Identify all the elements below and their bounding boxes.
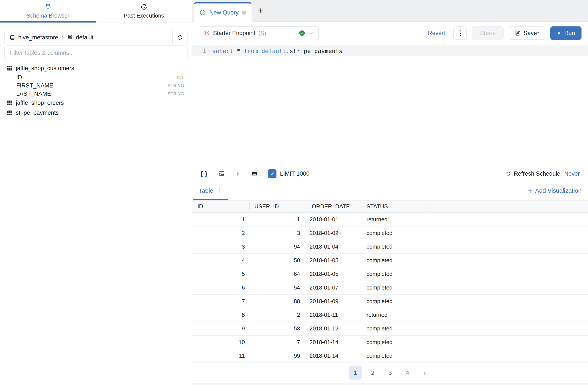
keyboard-shortcuts-icon[interactable]: [251, 171, 258, 177]
tree-item-table[interactable]: jaffle_shop_customers: [6, 63, 187, 73]
table-row: 112018-01-01returned: [192, 213, 588, 227]
column-type: STRING: [168, 83, 187, 88]
next-page-button[interactable]: ›: [418, 366, 431, 380]
cell-id: 8: [192, 312, 249, 318]
format-braces-icon[interactable]: [200, 170, 209, 178]
table-grid-icon: [6, 100, 13, 106]
table-row: 822018-01-11returned: [192, 308, 588, 322]
sql-keyword: default: [262, 48, 286, 54]
column-header-id[interactable]: ID: [192, 200, 249, 213]
cell-user-id: 3: [249, 230, 307, 236]
tab-schema-browser[interactable]: Schema Browser: [0, 0, 96, 22]
sidebar-tab-label: Schema Browser: [27, 12, 69, 19]
kebab-icon[interactable]: [219, 188, 220, 193]
more-actions-button[interactable]: [453, 26, 467, 40]
cell-status: completed: [364, 271, 428, 277]
table-row: 3942018-01-04completed: [192, 240, 588, 254]
cell-status: returned: [364, 312, 428, 318]
breadcrumb-catalog[interactable]: hive_metastore: [18, 34, 58, 41]
limit-checkbox[interactable]: [268, 169, 276, 178]
tree-item-table[interactable]: jaffle_shop_orders: [6, 98, 187, 108]
filter-container: [4, 45, 188, 60]
share-button[interactable]: Share: [472, 26, 504, 40]
chevron-right-icon: ›: [61, 34, 64, 41]
table-row: 5642018-01-05completed: [192, 267, 588, 281]
tree-item-column[interactable]: FIRST_NAME STRING: [6, 81, 187, 90]
tree-item-column[interactable]: ID INT: [6, 73, 187, 81]
cell-status: completed: [364, 353, 428, 359]
text-cursor: [343, 47, 343, 54]
page-button-2[interactable]: 2: [366, 366, 379, 380]
refresh-schema-button[interactable]: [172, 31, 187, 44]
table-name: stripe_payments: [16, 109, 59, 116]
filter-input[interactable]: [10, 50, 182, 56]
refresh-schedule-value-link[interactable]: Never: [564, 171, 580, 177]
cell-user-id: 50: [249, 257, 307, 264]
catalog-icon: [10, 35, 15, 40]
browser-controls: hive_metastore › default: [0, 23, 192, 60]
cell-status: completed: [364, 325, 428, 332]
add-visualization-button[interactable]: Add Visualization: [527, 187, 582, 194]
cell-user-id: 54: [249, 284, 307, 291]
page-button-3[interactable]: 3: [383, 366, 397, 380]
cell-id: 11: [192, 353, 249, 359]
cell-id: 2: [192, 230, 249, 236]
floppy-icon: [515, 30, 521, 36]
tree-item-table[interactable]: stripe_payments: [6, 108, 187, 118]
cell-status: completed: [364, 257, 428, 264]
bottom-strip: [192, 383, 588, 385]
database-icon: [45, 4, 51, 10]
limit-toggle[interactable]: LIMIT 1000: [268, 169, 309, 178]
indent-icon[interactable]: [218, 171, 225, 177]
page-button-4[interactable]: 4: [401, 366, 414, 380]
tab-new-query[interactable]: New Query: [194, 2, 252, 22]
query-tab-strip: New Query +: [192, 0, 588, 22]
sql-text: [258, 48, 261, 54]
page-button-1[interactable]: 1: [349, 366, 362, 380]
plus-icon: [527, 188, 533, 193]
cell-status: completed: [364, 243, 428, 250]
cell-order-date: 2018-01-05: [307, 257, 364, 264]
column-header-user-id[interactable]: USER_ID: [249, 200, 307, 213]
cell-order-date: 2018-01-09: [307, 298, 364, 305]
active-tab-underline: [193, 199, 228, 200]
cell-id: 4: [192, 257, 249, 264]
visualization-tabs: Table Add Visualization: [192, 181, 588, 200]
tab-table-visualization[interactable]: Table: [199, 187, 220, 194]
pagination: 1 2 3 4 ›: [192, 363, 588, 383]
tree-item-column[interactable]: LAST_NAME STRING: [6, 90, 187, 98]
line-number: 1: [192, 47, 206, 54]
cell-order-date: 2018-01-11: [307, 312, 364, 318]
schema-tree: jaffle_shop_customers ID INT FIRST_NAME …: [0, 60, 192, 118]
table-grid-icon: [6, 65, 13, 71]
cell-order-date: 2018-01-04: [307, 243, 364, 250]
column-header-empty: [428, 200, 588, 213]
lightning-icon[interactable]: [235, 171, 241, 177]
revert-button[interactable]: Revert: [428, 30, 445, 37]
cell-id: 5: [192, 271, 249, 277]
column-header-status[interactable]: STATUS: [364, 200, 428, 213]
sql-editor[interactable]: 1 select * from default.stripe_payments: [192, 45, 588, 167]
sql-text: *: [233, 48, 244, 54]
sidebar-tabs: Schema Browser Past Executions: [0, 0, 192, 23]
cell-id: 3: [192, 243, 249, 250]
breadcrumb-schema[interactable]: default: [76, 34, 94, 41]
new-tab-button[interactable]: +: [252, 0, 270, 21]
run-button[interactable]: Run: [550, 26, 582, 40]
cell-user-id: 64: [249, 271, 307, 277]
table-row: 11992018-01-14completed: [192, 349, 588, 363]
tab-past-executions[interactable]: Past Executions: [96, 0, 192, 22]
history-clock-icon: [141, 4, 147, 10]
sql-keyword: select: [212, 48, 233, 54]
endpoint-selector[interactable]: Starter Endpoint (S): [199, 26, 319, 40]
cell-id: 1: [192, 216, 249, 223]
column-header-order-date[interactable]: ORDER_DATE: [307, 200, 364, 213]
endpoint-size: (S): [258, 30, 266, 37]
cell-order-date: 2018-01-02: [307, 230, 364, 236]
chevron-down-icon: [308, 30, 314, 36]
save-button[interactable]: Save*: [509, 26, 545, 40]
sidebar-tab-label: Past Executions: [124, 12, 164, 19]
cell-status: completed: [364, 284, 428, 291]
cell-status: completed: [364, 230, 428, 236]
table-grid-icon: [6, 110, 13, 116]
